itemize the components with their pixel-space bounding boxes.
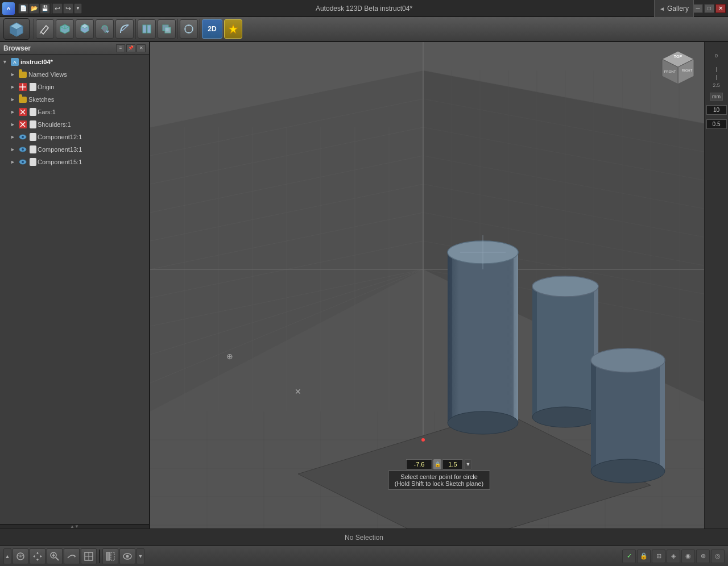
browser-list-btn[interactable]: ≡ (116, 44, 125, 52)
look-at-btn[interactable] (81, 548, 97, 564)
ruler-step-box: 10 (706, 105, 727, 115)
svg-point-15 (185, 25, 193, 33)
grid-snap-btn[interactable]: ⊞ (652, 550, 665, 563)
root-icon: A (10, 57, 19, 66)
sketch-tool-btn[interactable] (36, 19, 54, 39)
shoulders1-toggle[interactable]: ► (10, 122, 17, 127)
root-label: instruct04* (20, 59, 53, 65)
save-btn[interactable]: 💾 (40, 3, 50, 14)
comp13-toggle[interactable]: ► (10, 147, 17, 152)
comp15-doc-icon (30, 158, 36, 166)
ears1-doc-icon (30, 108, 36, 116)
accept-btn[interactable]: ✓ (622, 550, 636, 563)
comp13-label: Component13:1 (38, 146, 82, 153)
settings-btn[interactable]: ⊛ (696, 550, 710, 563)
tree-item-origin[interactable]: ► Origin (0, 81, 149, 93)
minimize-btn[interactable]: ─ (693, 4, 703, 13)
undo-btn[interactable]: ↩ (52, 3, 63, 14)
app-logo-btn[interactable]: A (2, 2, 15, 15)
fly-btn[interactable] (64, 548, 80, 564)
visibility-btn[interactable] (119, 548, 135, 564)
box-primitive-btn[interactable] (56, 19, 74, 39)
2d-mode-btn[interactable]: 2D (202, 19, 222, 39)
coord-units-btn[interactable]: ▼ (464, 459, 472, 469)
transform-btn[interactable] (180, 19, 198, 39)
svg-rect-12 (147, 25, 151, 33)
nav-cube-container[interactable]: TOP RIGHT FRONT (655, 47, 701, 92)
display-mode-btn[interactable] (102, 548, 118, 564)
tools-dropdown-btn[interactable]: ▼ (136, 548, 144, 564)
comp12-toggle[interactable]: ► (10, 134, 17, 140)
redo-btn[interactable]: ↪ (63, 3, 73, 14)
browser-title: Browser (3, 44, 31, 52)
svg-rect-96 (507, 252, 518, 423)
browser-header: Browser ≡ 📌 ✕ (0, 42, 149, 55)
open-btn[interactable]: 📂 (29, 3, 39, 14)
svg-point-29 (22, 136, 24, 138)
close-btn[interactable]: ✕ (715, 4, 726, 13)
comp13-doc-icon (30, 145, 36, 153)
svg-marker-125 (36, 559, 39, 561)
tree-item-comp13[interactable]: ► Component13:1 (0, 143, 149, 156)
combine-btn[interactable] (158, 19, 176, 39)
svg-point-90 (421, 438, 425, 442)
new-btn[interactable]: 📄 (18, 3, 28, 14)
window-title: Autodesk 123D Beta instruct04* (316, 5, 412, 13)
tree-item-shoulders1[interactable]: ► Shoulders:1 (0, 118, 149, 131)
svg-text:RIGHT: RIGHT (682, 69, 693, 72)
revolve-btn[interactable] (96, 19, 114, 39)
restore-btn[interactable]: □ (704, 4, 714, 13)
ears1-toggle[interactable]: ► (10, 109, 17, 115)
bottom-tools-right: ✓ 🔒 ⊞ ◈ ◉ ⊛ ◎ (622, 550, 725, 563)
tree-item-comp12[interactable]: ► Component12:1 (0, 131, 149, 143)
comp15-toggle[interactable]: ► (10, 159, 17, 165)
tree-item-ears1[interactable]: ► Ears:1 (0, 106, 149, 118)
coord-tooltip: Select center point for circle (Hold Shi… (388, 471, 490, 490)
more-btn[interactable]: ▼ (74, 3, 82, 14)
browser-close-btn[interactable]: ✕ (136, 44, 146, 52)
origin-toggle[interactable]: ► (10, 84, 17, 90)
right-ruler: 0 | | 2.5 mm 10 0.5 (704, 42, 728, 528)
orbit-btn[interactable] (13, 548, 28, 564)
svg-line-129 (56, 557, 59, 560)
box-icon (59, 23, 71, 35)
camera-btn[interactable]: ◎ (711, 550, 725, 563)
toolbar-sep2 (135, 19, 136, 39)
root-toggle[interactable]: ▼ (2, 59, 9, 65)
extrude-btn[interactable] (76, 19, 94, 39)
star-icon (228, 23, 239, 35)
sweep-btn[interactable] (115, 19, 134, 39)
svg-point-123 (19, 555, 22, 557)
svg-point-139 (126, 555, 129, 557)
lock-btn[interactable]: 🔒 (637, 550, 651, 563)
y-coord-display[interactable]: 1.5 (442, 459, 463, 469)
comp12-label: Component12:1 (38, 134, 82, 140)
measure-btn[interactable] (224, 19, 242, 39)
viewport[interactable]: ⊕ ✕ TOP RIGHT FRONT -7.6 🔒 1.5 (150, 42, 728, 528)
comp12-doc-icon (30, 133, 36, 141)
sep1 (51, 3, 52, 14)
named-views-toggle[interactable]: ► (10, 72, 17, 77)
sketches-folder-icon (19, 97, 27, 103)
coord-lock-icon[interactable]: 🔒 (433, 459, 441, 469)
gallery-tab[interactable]: ◄ Gallery (654, 0, 694, 17)
x-coord-display[interactable]: -7.6 (406, 459, 432, 469)
snap-btn[interactable]: ◈ (667, 550, 680, 563)
tree-item-comp15[interactable]: ► Component15:1 (0, 156, 149, 168)
svg-rect-103 (532, 286, 537, 417)
sketches-toggle[interactable]: ► (10, 97, 17, 102)
svg-point-106 (532, 276, 598, 297)
browser-pin-btn[interactable]: 📌 (126, 44, 135, 52)
sketches-label: Sketches (28, 96, 54, 103)
tree-item-sketches[interactable]: ► Sketches (0, 93, 149, 106)
collapse-btn[interactable]: ▲ (3, 548, 11, 564)
pan-btn[interactable] (30, 548, 46, 564)
home-view-btn[interactable] (3, 18, 30, 40)
orbit-icon (15, 551, 26, 561)
tree-item-root[interactable]: ▼ A instruct04* (0, 56, 149, 68)
browser-resize-handle[interactable]: ▲▼ (0, 524, 149, 528)
zoom-btn[interactable] (47, 548, 63, 564)
tree-item-named-views[interactable]: ► Named Views (0, 68, 149, 81)
split-btn[interactable] (138, 19, 156, 39)
constraints-btn[interactable]: ◉ (681, 550, 695, 563)
